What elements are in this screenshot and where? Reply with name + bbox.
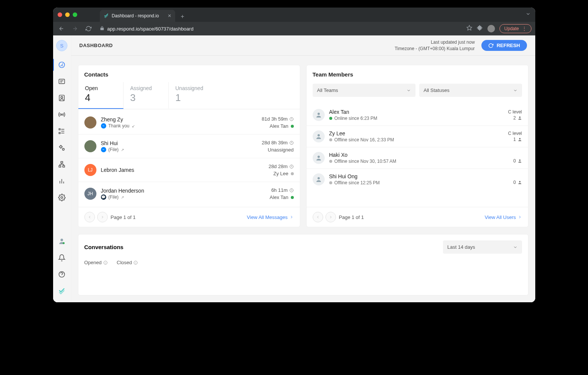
last-updated-text: Last updated just now bbox=[395, 39, 475, 46]
filter-teams-dropdown[interactable]: All Teams bbox=[313, 84, 415, 97]
member-status: Online since 6:23 PM bbox=[329, 116, 377, 121]
back-button[interactable] bbox=[57, 26, 66, 32]
svg-rect-15 bbox=[61, 162, 63, 163]
contacts-stat-tab-open[interactable]: Open 4 bbox=[78, 82, 124, 109]
sidebar-item-settings[interactable] bbox=[53, 189, 71, 206]
contact-name: Shi Hui bbox=[101, 140, 124, 146]
clock-icon bbox=[289, 117, 294, 121]
conversations-card: Conversations Last 14 days Opened Closed bbox=[78, 234, 528, 295]
svg-point-30 bbox=[318, 113, 320, 115]
contact-time: 81d 3h 59m bbox=[262, 116, 294, 122]
conv-tab-closed[interactable]: Closed bbox=[117, 260, 138, 265]
contacts-title: Contacts bbox=[78, 65, 300, 78]
contact-row[interactable]: Shi Hui ~(File)↗ 28d 8h 39m Unassigned bbox=[78, 135, 300, 158]
profile-avatar[interactable] bbox=[487, 25, 495, 32]
sidebar-item-contacts[interactable] bbox=[53, 90, 71, 106]
contact-last-message: ~(File)↗ bbox=[101, 147, 124, 152]
svg-point-32 bbox=[318, 134, 320, 136]
header-meta: Last updated just now Timezone - (GMT+08… bbox=[395, 39, 475, 52]
stat-label: Unassigned bbox=[176, 85, 207, 91]
date-range-dropdown[interactable]: Last 14 days bbox=[443, 240, 522, 254]
member-row[interactable]: Alex Tan Online since 6:23 PM C level 2 bbox=[307, 104, 528, 126]
member-name: Shi Hui Ong bbox=[329, 173, 380, 179]
person-icon bbox=[518, 180, 522, 185]
contact-time: 28d 8h 39m bbox=[262, 140, 294, 145]
page-header: DASHBOARD Last updated just now Timezone… bbox=[71, 35, 535, 56]
view-all-messages-link[interactable]: View All Messages bbox=[247, 214, 293, 220]
messenger-icon: ~ bbox=[101, 123, 106, 129]
close-icon[interactable]: ✕ bbox=[168, 13, 171, 18]
kebab-icon: ⋮ bbox=[522, 26, 527, 31]
sidebar-item-user-status[interactable] bbox=[53, 233, 71, 249]
main-area: DASHBOARD Last updated just now Timezone… bbox=[71, 35, 535, 302]
respond-io-favicon bbox=[104, 13, 109, 19]
window-minimize-button[interactable] bbox=[65, 12, 70, 17]
conv-tab-opened[interactable]: Opened bbox=[84, 260, 108, 265]
browser-tab-active[interactable]: Dashboard - respond.io ✕ bbox=[100, 10, 175, 22]
clock-icon bbox=[289, 164, 294, 169]
pager-next-button[interactable] bbox=[97, 212, 108, 222]
svg-point-23 bbox=[63, 242, 65, 244]
svg-point-34 bbox=[318, 156, 320, 158]
sidebar-item-help[interactable] bbox=[53, 266, 71, 283]
contact-row[interactable]: JH Jordan Henderson 💬(File)↗ 6h 11m Alex… bbox=[78, 182, 300, 205]
sidebar-item-reports[interactable] bbox=[53, 173, 71, 189]
person-icon bbox=[518, 159, 522, 163]
pager-next-button[interactable] bbox=[325, 212, 336, 222]
sidebar-item-brand-logo[interactable] bbox=[53, 283, 71, 299]
contacts-card: Contacts Open 4Assigned 3Unassigned 1 Zh… bbox=[78, 65, 300, 227]
window-maximize-button[interactable] bbox=[73, 12, 77, 17]
workspace-avatar[interactable]: S bbox=[56, 40, 67, 51]
chevron-right-icon bbox=[289, 215, 294, 219]
sidebar-item-dashboard[interactable] bbox=[53, 57, 71, 73]
stat-value: 1 bbox=[176, 92, 207, 104]
stat-label: Assigned bbox=[130, 85, 162, 91]
contact-time: 28d 28m bbox=[269, 164, 294, 169]
page-title: DASHBOARD bbox=[79, 43, 113, 48]
conversations-title: Conversations bbox=[84, 244, 124, 250]
sidebar-item-broadcast[interactable] bbox=[53, 106, 71, 123]
svg-point-33 bbox=[519, 138, 521, 139]
new-tab-button[interactable]: + bbox=[177, 11, 188, 22]
contact-row[interactable]: LJ Lebron James 28d 28m Zy Lee bbox=[78, 158, 300, 182]
content: Contacts Open 4Assigned 3Unassigned 1 Zh… bbox=[71, 56, 535, 302]
member-row[interactable]: Shi Hui Ong Offline since 12:25 PM 0 bbox=[307, 169, 528, 190]
member-row[interactable]: Haki Xo Offline since Nov 30, 10:57 AM 0 bbox=[307, 147, 528, 169]
window-close-button[interactable] bbox=[58, 12, 62, 17]
sidebar-item-organization[interactable] bbox=[53, 156, 71, 173]
chevron-down-icon bbox=[406, 88, 411, 93]
sidebar-item-settings-gears[interactable] bbox=[53, 139, 71, 156]
sidebar-item-messages[interactable] bbox=[53, 73, 71, 90]
webchat-icon: 💬 bbox=[101, 194, 106, 200]
contact-last-message: 💬(File)↗ bbox=[101, 194, 144, 200]
member-avatar bbox=[313, 173, 325, 185]
member-row[interactable]: Zy Lee Offline since Nov 16, 2:33 PM C l… bbox=[307, 126, 528, 147]
contacts-stat-tab-assigned[interactable]: Assigned 3 bbox=[124, 82, 169, 109]
reload-button[interactable] bbox=[84, 26, 93, 32]
sidebar-item-workflows[interactable] bbox=[53, 123, 71, 139]
svg-marker-0 bbox=[467, 25, 472, 30]
arrow-out-icon: ↗ bbox=[121, 148, 124, 152]
contact-avatar bbox=[84, 140, 96, 152]
svg-point-14 bbox=[63, 148, 64, 150]
pager-prev-button[interactable] bbox=[84, 212, 95, 222]
sidebar-item-notifications[interactable] bbox=[53, 249, 71, 266]
view-all-users-link[interactable]: View All Users bbox=[485, 214, 522, 220]
member-assigned-count: 0 bbox=[513, 180, 522, 185]
forward-button[interactable] bbox=[70, 26, 79, 32]
star-icon[interactable] bbox=[466, 25, 472, 32]
contacts-stat-tab-unassigned[interactable]: Unassigned 1 bbox=[169, 82, 214, 109]
contact-assignee: Alex Tan bbox=[270, 194, 294, 200]
contact-row[interactable]: Zheng Zy ~Thank you↙ 81d 3h 59m Alex Tan bbox=[78, 111, 300, 135]
refresh-button[interactable]: REFRESH bbox=[481, 40, 527, 51]
filter-statuses-dropdown[interactable]: All Statuses bbox=[419, 84, 522, 97]
extensions-icon[interactable] bbox=[477, 25, 483, 32]
pager-text: Page 1 of 1 bbox=[111, 214, 136, 220]
window-menu-button[interactable] bbox=[525, 11, 531, 18]
sidebar: S bbox=[53, 35, 71, 302]
url-bar[interactable]: app.respond.io/space/60737/dashboard bbox=[98, 26, 462, 32]
contact-time: 6h 11m bbox=[270, 187, 294, 193]
update-button[interactable]: Update ⋮ bbox=[499, 24, 531, 33]
pager-prev-button[interactable] bbox=[313, 212, 323, 222]
contact-last-message: ~Thank you↙ bbox=[101, 123, 135, 129]
